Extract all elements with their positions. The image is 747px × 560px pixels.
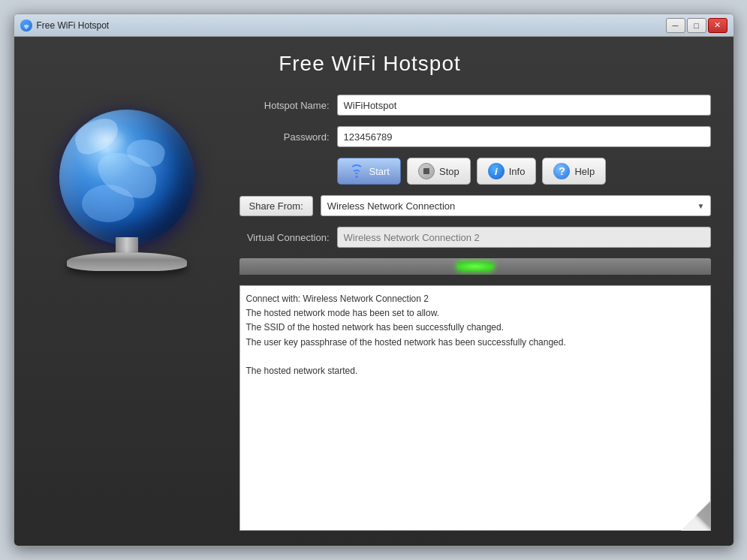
app-window: Free WiFi Hotspot ─ □ ✕ Free WiFi Hotspo… bbox=[14, 14, 734, 546]
help-label: Help bbox=[574, 166, 595, 177]
window-controls: ─ □ ✕ bbox=[666, 18, 727, 33]
globe-image bbox=[59, 110, 194, 245]
info-icon: i bbox=[488, 163, 505, 179]
stop-label: Stop bbox=[439, 166, 459, 177]
content-area: Hotspot Name: Password: bbox=[29, 95, 711, 531]
wifi-icon bbox=[348, 164, 365, 178]
help-icon: ? bbox=[553, 163, 570, 179]
hotspot-name-label: Hotspot Name: bbox=[239, 100, 330, 111]
start-label: Start bbox=[369, 166, 390, 177]
title-bar-title: Free WiFi Hotspot bbox=[37, 20, 110, 31]
info-button[interactable]: i Info bbox=[477, 158, 537, 185]
virtual-connection-label: Virtual Connection: bbox=[239, 232, 330, 243]
virtual-connection-input bbox=[337, 227, 711, 248]
share-from-select[interactable]: Wireless Network Connection Local Area C… bbox=[321, 195, 711, 216]
globe-stand bbox=[63, 237, 191, 275]
virtual-connection-row: Virtual Connection: bbox=[239, 227, 711, 248]
app-title: Free WiFi Hotspot bbox=[29, 52, 711, 76]
share-from-row: Share From: Wireless Network Connection … bbox=[239, 195, 711, 216]
action-buttons: Start Stop i Info ? Help bbox=[337, 158, 711, 185]
status-bar bbox=[239, 258, 711, 275]
password-row: Password: bbox=[239, 126, 711, 147]
status-indicator bbox=[456, 262, 494, 271]
share-from-button[interactable]: Share From: bbox=[239, 196, 313, 216]
app-icon bbox=[20, 20, 32, 32]
password-input[interactable] bbox=[337, 126, 711, 147]
start-button[interactable]: Start bbox=[337, 158, 401, 185]
log-area: Connect with: Wireless Network Connectio… bbox=[239, 285, 711, 531]
info-label: Info bbox=[509, 166, 526, 177]
title-bar: Free WiFi Hotspot ─ □ ✕ bbox=[14, 14, 733, 37]
password-label: Password: bbox=[239, 131, 330, 143]
stop-button[interactable]: Stop bbox=[407, 158, 471, 185]
hotspot-name-row: Hotspot Name: bbox=[239, 95, 711, 116]
help-button[interactable]: ? Help bbox=[542, 158, 606, 185]
svg-point-1 bbox=[26, 28, 27, 29]
maximize-button[interactable]: □ bbox=[687, 18, 706, 33]
hotspot-name-input[interactable] bbox=[337, 95, 711, 116]
title-bar-left: Free WiFi Hotspot bbox=[20, 20, 110, 32]
stop-icon bbox=[418, 163, 435, 179]
main-content: Free WiFi Hotspot bbox=[14, 37, 733, 546]
right-panel: Hotspot Name: Password: bbox=[239, 95, 711, 531]
share-select-wrapper: Wireless Network Connection Local Area C… bbox=[321, 195, 711, 216]
minimize-button[interactable]: ─ bbox=[666, 18, 685, 33]
log-wrapper: Connect with: Wireless Network Connectio… bbox=[239, 285, 711, 531]
close-button[interactable]: ✕ bbox=[708, 18, 727, 33]
globe-section bbox=[29, 95, 224, 531]
globe-container bbox=[41, 102, 213, 275]
